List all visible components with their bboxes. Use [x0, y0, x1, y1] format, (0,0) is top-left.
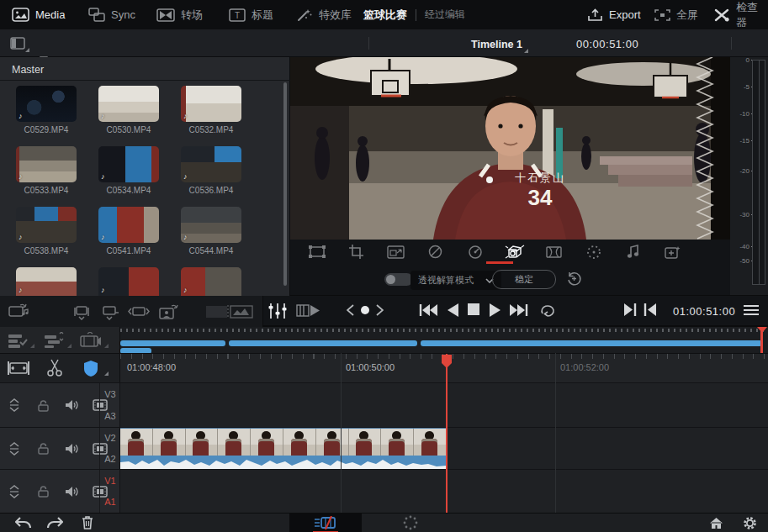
track-height-icon[interactable]	[0, 442, 29, 456]
media-clip[interactable]: ♪C0532.MP4	[172, 86, 251, 134]
audio-track-label[interactable]: A1	[104, 497, 115, 507]
titles-button[interactable]: T 标题	[229, 0, 273, 29]
track-height-icon[interactable]	[0, 398, 29, 412]
timeline-selector[interactable]: Timeline 1	[469, 36, 529, 54]
edit-mode-button[interactable]	[0, 332, 35, 349]
loop-button[interactable]	[539, 303, 556, 318]
play-reverse-button[interactable]	[448, 303, 458, 317]
timeline-playhead-flag[interactable]	[441, 354, 453, 369]
reset-stabilization-button[interactable]	[566, 271, 582, 289]
lens-correction-tool-button[interactable]	[534, 245, 574, 259]
add-effects-button[interactable]	[653, 245, 692, 259]
stabilize-button[interactable]: 稳定	[492, 270, 556, 289]
track-mute-icon[interactable]	[57, 399, 86, 411]
media-clip[interactable]: ♪	[172, 267, 251, 296]
inspector-button[interactable]: 检查器	[713, 0, 768, 29]
media-clip[interactable]: ♪C0541.MP4	[89, 207, 168, 255]
media-pool-scrollbar[interactable]	[283, 82, 287, 286]
composite-tool-button[interactable]	[416, 245, 455, 259]
go-to-end-button[interactable]	[510, 303, 528, 317]
track-mute-icon[interactable]	[57, 486, 86, 498]
cut-page-button[interactable]	[289, 514, 362, 532]
jog-control[interactable]	[347, 304, 384, 316]
solve-mode-dropdown[interactable]: 透视解算模式	[410, 271, 501, 290]
track-lock-icon[interactable]	[29, 442, 57, 455]
track-lock-icon[interactable]	[29, 399, 57, 412]
media-clip[interactable]: ♪	[89, 267, 168, 296]
dynamic-zoom-tool-button[interactable]	[376, 245, 416, 259]
trim-edit-button[interactable]	[0, 360, 37, 377]
overwrite-clip-button[interactable]	[96, 303, 124, 320]
audio-note-icon: ♪	[183, 286, 188, 294]
timeline-options-menu-button[interactable]	[744, 304, 759, 316]
media-page-button[interactable]: Media	[12, 0, 65, 29]
track-arrange-button[interactable]	[35, 332, 72, 349]
cut-scissors-button[interactable]	[37, 359, 72, 377]
track-lane[interactable]	[120, 470, 768, 513]
tracking-tool-button[interactable]	[574, 245, 613, 260]
replace-clip-button[interactable]	[124, 305, 153, 319]
media-clip[interactable]: ♪C0538.MP4	[7, 207, 86, 255]
split-compare-button[interactable]	[202, 304, 257, 319]
media-clip[interactable]: ♪C0529.MP4	[7, 86, 86, 134]
trim-mode-button[interactable]	[296, 302, 321, 320]
home-button[interactable]	[701, 517, 731, 529]
track-lock-icon[interactable]	[29, 485, 57, 498]
video-track-label[interactable]: V1	[104, 476, 115, 486]
mixer-button[interactable]	[267, 302, 288, 320]
color-page-button[interactable]	[385, 515, 436, 530]
track-lane[interactable]	[120, 383, 768, 427]
transform-tool-button[interactable]	[297, 245, 336, 258]
go-to-start-button[interactable]	[419, 303, 437, 317]
video-track-label[interactable]: V3	[104, 389, 115, 399]
media-clip[interactable]: ♪	[7, 267, 86, 296]
playhead-timecode[interactable]: 01:00:51:00	[673, 305, 735, 318]
track-labels[interactable]: V1 A1	[99, 470, 120, 513]
next-edit-button[interactable]	[624, 303, 637, 316]
track-mute-icon[interactable]	[57, 443, 86, 455]
insert-clip-button[interactable]	[67, 303, 96, 320]
delete-button[interactable]	[71, 516, 104, 529]
export-button[interactable]: Export	[587, 0, 641, 29]
media-clip[interactable]: ♪C0544.MP4	[172, 207, 251, 255]
effects-library-button[interactable]: 特效库	[296, 0, 352, 29]
place-on-top-button[interactable]	[153, 303, 183, 321]
video-track-label[interactable]: V2	[104, 433, 115, 443]
track-height-icon[interactable]	[0, 485, 29, 498]
viewer-timecode[interactable]: 00:00:51:00	[576, 38, 638, 50]
timeline-clip[interactable]	[120, 428, 447, 470]
snapping-shield-toggle[interactable]	[72, 360, 109, 377]
sync-button[interactable]: Sync	[88, 0, 135, 29]
settings-button[interactable]	[731, 516, 768, 530]
stop-button[interactable]	[468, 303, 479, 315]
media-clip[interactable]: ♪C0530.MP4	[89, 86, 168, 134]
clip-tools-button[interactable]	[72, 332, 109, 349]
bin-title[interactable]: Master	[12, 64, 44, 76]
track-labels[interactable]: V3 A3	[99, 383, 120, 427]
media-clip[interactable]: ♪C0534.MP4	[89, 146, 168, 195]
smart-insert-button[interactable]	[0, 303, 39, 321]
redo-button[interactable]	[39, 517, 71, 529]
speed-tool-button[interactable]	[455, 245, 495, 259]
track-labels[interactable]: V2 A2	[99, 428, 120, 469]
stabilize-tool-button[interactable]	[495, 244, 534, 261]
stabilize-enable-toggle[interactable]	[384, 273, 413, 286]
play-button[interactable]	[490, 303, 501, 317]
media-clip[interactable]: ♪C0536.MP4	[172, 146, 251, 195]
track-lane[interactable]	[120, 428, 768, 469]
previous-edit-button[interactable]	[644, 303, 656, 316]
clip-name: C0533.MP4	[7, 186, 86, 195]
timeline-playhead-line[interactable]	[446, 354, 448, 514]
undo-button[interactable]	[7, 517, 39, 529]
audio-tool-button[interactable]	[613, 245, 653, 259]
bin-panel-toggle-button[interactable]	[5, 33, 30, 53]
transitions-button[interactable]: 转场	[156, 0, 203, 29]
audio-track-label[interactable]: A3	[104, 411, 115, 421]
audio-track-label[interactable]: A2	[104, 454, 115, 464]
fullscreen-button[interactable]: 全屏	[654, 0, 698, 29]
ruler-label: 01:00:50:00	[346, 362, 395, 372]
timeline-overview[interactable]	[120, 327, 768, 353]
viewer-video-frame[interactable]: 十石景山 34	[290, 57, 730, 240]
media-clip[interactable]: ♪C0533.MP4	[7, 146, 86, 195]
crop-tool-button[interactable]	[336, 245, 376, 259]
